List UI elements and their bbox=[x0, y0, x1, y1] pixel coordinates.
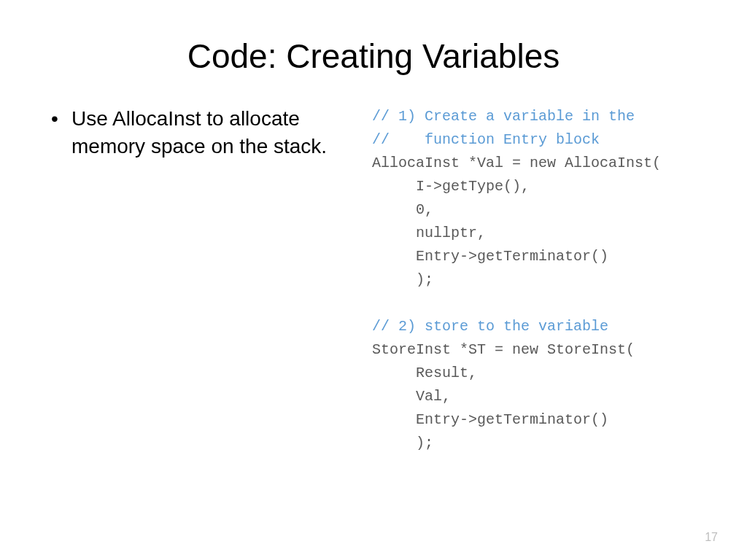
left-column: Use AllocaInst to allocate memory space … bbox=[51, 105, 357, 455]
code-line: I->getType(), bbox=[372, 178, 530, 195]
code-comment: // 2) store to the variable bbox=[372, 318, 608, 335]
code-line: Entry->getTerminator() bbox=[372, 248, 608, 265]
code-line: nullptr, bbox=[372, 225, 486, 241]
code-line: AllocaInst *Val = new AllocaInst( bbox=[372, 155, 661, 171]
slide-title: Code: Creating Variables bbox=[51, 36, 696, 76]
code-line: 0, bbox=[372, 201, 433, 218]
code-comment: // function Entry block bbox=[372, 131, 600, 148]
code-line: ); bbox=[372, 271, 433, 288]
code-block: // 1) Create a variable in the // functi… bbox=[372, 105, 696, 455]
code-line: Entry->getTerminator() bbox=[372, 411, 608, 428]
page-number: 17 bbox=[705, 531, 718, 544]
bullet-list: Use AllocaInst to allocate memory space … bbox=[51, 105, 357, 160]
content-columns: Use AllocaInst to allocate memory space … bbox=[51, 105, 696, 455]
bullet-item: Use AllocaInst to allocate memory space … bbox=[51, 105, 357, 160]
code-comment: // 1) Create a variable in the bbox=[372, 108, 635, 125]
code-line: StoreInst *ST = new StoreInst( bbox=[372, 341, 635, 358]
slide: Code: Creating Variables Use AllocaInst … bbox=[0, 0, 747, 560]
code-line: Result, bbox=[372, 365, 477, 381]
right-column: // 1) Create a variable in the // functi… bbox=[372, 105, 696, 455]
code-line: Val, bbox=[372, 388, 451, 405]
code-line: ); bbox=[372, 435, 433, 451]
